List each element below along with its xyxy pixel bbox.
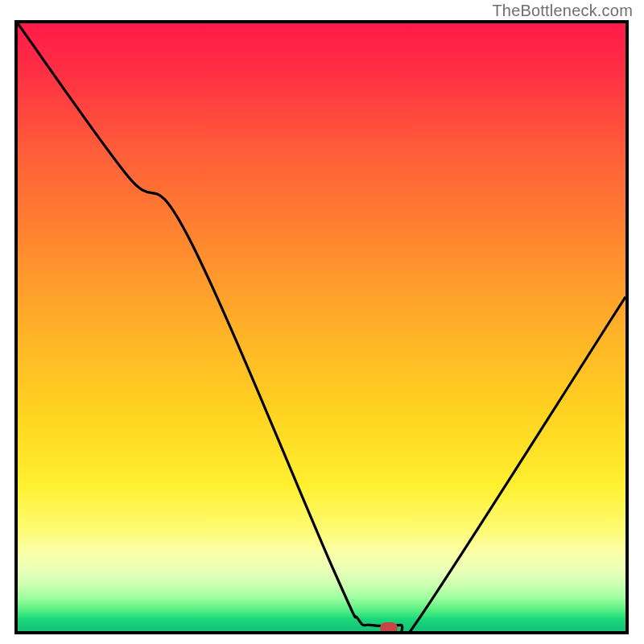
curve-path — [18, 23, 625, 631]
optimum-marker — [380, 622, 398, 634]
plot-area — [14, 20, 629, 634]
attribution-label: TheBottleneck.com — [492, 2, 633, 20]
chart-container: TheBottleneck.com — [0, 0, 644, 644]
bottleneck-curve — [18, 23, 625, 631]
